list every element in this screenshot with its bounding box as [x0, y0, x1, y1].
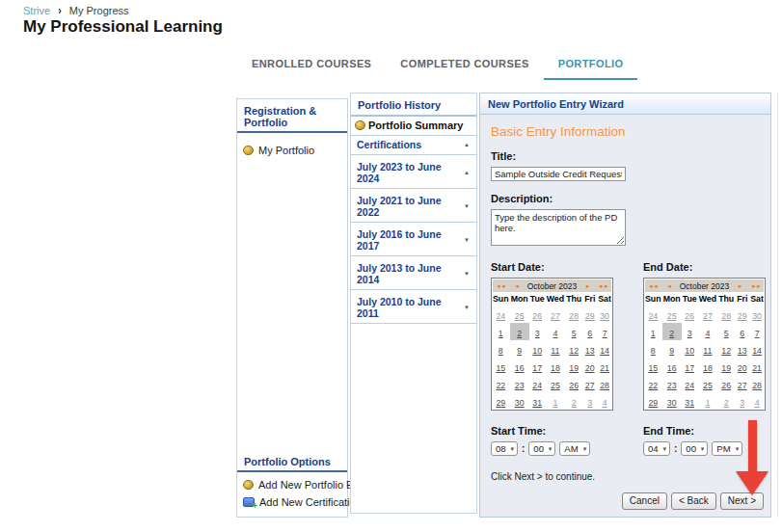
back-button[interactable]: < Back — [671, 492, 716, 510]
end-prev-month-icon[interactable]: ◄ — [665, 283, 672, 289]
start-calendar-date[interactable]: 21 — [600, 363, 609, 373]
end-calendar-date[interactable]: 28 — [752, 381, 762, 390]
end-calendar-date[interactable]: 19 — [721, 363, 731, 373]
start-meridiem-select[interactable]: AM ▾ — [559, 441, 590, 456]
end-calendar-date[interactable]: 30 — [752, 311, 762, 321]
end-calendar-date-selected[interactable]: 2 — [669, 329, 674, 338]
end-calendar-date[interactable]: 8 — [651, 346, 656, 356]
end-calendar-date[interactable]: 4 — [705, 329, 710, 338]
end-calendar-date[interactable]: 27 — [703, 311, 713, 321]
end-calendar-date[interactable]: 2 — [724, 398, 729, 408]
history-row-july-2023-to-june-2024[interactable]: July 2023 to June 2024▲ — [351, 158, 476, 189]
end-calendar-date[interactable]: 24 — [648, 311, 658, 321]
end-calendar-date[interactable]: 4 — [755, 398, 760, 408]
start-calendar-date[interactable]: 23 — [515, 381, 525, 390]
start-calendar-date[interactable]: 24 — [496, 311, 505, 321]
start-calendar-date[interactable]: 20 — [585, 363, 595, 373]
start-calendar-date[interactable]: 4 — [553, 329, 557, 338]
cancel-button[interactable]: Cancel — [622, 492, 667, 510]
history-row-july-2021-to-june-2022[interactable]: July 2021 to June 2022▼ — [351, 192, 476, 223]
start-calendar-date[interactable]: 22 — [496, 381, 505, 390]
end-calendar-date[interactable]: 22 — [648, 381, 658, 390]
start-calendar-date[interactable]: 30 — [600, 311, 609, 321]
end-calendar-date[interactable]: 3 — [740, 398, 744, 408]
tab-enrolled-courses[interactable]: ENROLLED COURSES — [237, 51, 386, 80]
start-calendar-date[interactable]: 29 — [585, 311, 595, 321]
end-next-month-icon[interactable]: ► — [737, 283, 743, 289]
end-calendar-date[interactable]: 3 — [688, 329, 692, 338]
start-calendar-date[interactable]: 30 — [515, 398, 525, 408]
next-button[interactable]: Next > — [720, 492, 764, 510]
start-calendar-date[interactable]: 24 — [532, 381, 542, 390]
start-calendar-date[interactable]: 8 — [499, 346, 503, 356]
start-calendar-date[interactable]: 5 — [572, 329, 577, 338]
end-calendar-date[interactable]: 26 — [721, 381, 731, 390]
end-calendar-date[interactable]: 26 — [685, 311, 694, 321]
end-calendar-date[interactable]: 16 — [667, 363, 677, 373]
start-calendar-date[interactable]: 29 — [496, 398, 505, 408]
start-calendar-date[interactable]: 1 — [553, 398, 557, 408]
start-calendar-date[interactable]: 9 — [517, 346, 522, 356]
portfolio-summary-link[interactable]: Portfolio Summary — [351, 117, 476, 136]
start-calendar-date[interactable]: 17 — [532, 363, 542, 373]
end-calendar-date[interactable]: 10 — [685, 346, 694, 356]
start-calendar-date[interactable]: 7 — [603, 329, 607, 338]
start-hour-select[interactable]: 08 ▾ — [491, 441, 518, 456]
end-calendar-date[interactable]: 7 — [755, 329, 760, 338]
start-calendar-date[interactable]: 25 — [515, 311, 525, 321]
start-calendar-date[interactable]: 25 — [551, 381, 560, 390]
start-calendar-date[interactable]: 18 — [551, 363, 560, 373]
start-calendar-date[interactable]: 14 — [600, 346, 609, 356]
tab-portfolio[interactable]: PORTFOLIO — [544, 51, 638, 80]
start-calendar-date[interactable]: 6 — [587, 329, 592, 338]
end-calendar-date[interactable]: 17 — [685, 363, 694, 373]
end-calendar-date[interactable]: 27 — [738, 381, 747, 390]
breadcrumb-root-link[interactable]: Strive — [23, 5, 50, 16]
end-calendar-date[interactable]: 20 — [738, 363, 747, 373]
end-calendar-date[interactable]: 25 — [667, 311, 677, 321]
start-calendar-date[interactable]: 11 — [551, 346, 559, 356]
start-calendar-date[interactable]: 27 — [585, 381, 595, 390]
end-calendar-date[interactable]: 13 — [738, 346, 747, 356]
start-calendar-date[interactable]: 13 — [585, 346, 595, 356]
start-calendar-date[interactable]: 15 — [496, 363, 505, 373]
start-calendar-date[interactable]: 12 — [569, 346, 579, 356]
start-calendar-date[interactable]: 27 — [551, 311, 560, 321]
start-calendar-date[interactable]: 31 — [532, 398, 542, 408]
end-calendar-date[interactable]: 29 — [648, 398, 658, 408]
description-textarea[interactable]: Type the description of the PD here. — [491, 209, 626, 246]
end-calendar-date[interactable]: 11 — [703, 346, 712, 356]
start-minute-select[interactable]: 00 ▾ — [528, 441, 555, 456]
start-calendar-date[interactable]: 1 — [499, 329, 503, 338]
end-calendar-date[interactable]: 15 — [648, 363, 658, 373]
end-calendar-date[interactable]: 31 — [685, 398, 694, 408]
tab-completed-courses[interactable]: COMPLETED COURSES — [386, 51, 543, 80]
start-calendar-date[interactable]: 28 — [569, 311, 579, 321]
end-prev-year-icon[interactable]: ◄◄ — [647, 283, 659, 289]
end-calendar-date[interactable]: 29 — [738, 311, 747, 321]
sidebar-item-my-portfolio[interactable]: My Portfolio — [237, 142, 347, 159]
end-calendar-date[interactable]: 28 — [721, 311, 731, 321]
history-row-certifications[interactable]: Certifications▲ — [351, 136, 476, 155]
title-input[interactable] — [491, 167, 626, 181]
end-calendar-date[interactable]: 6 — [740, 329, 744, 338]
start-calendar-date[interactable]: 10 — [532, 346, 542, 356]
start-calendar-date[interactable]: 26 — [532, 311, 542, 321]
end-hour-select[interactable]: 04 ▾ — [643, 441, 670, 456]
end-calendar-date[interactable]: 18 — [703, 363, 713, 373]
end-calendar-date[interactable]: 30 — [667, 398, 677, 408]
start-next-month-icon[interactable]: ► — [584, 283, 591, 289]
end-calendar-date[interactable]: 14 — [752, 346, 762, 356]
end-calendar-date[interactable]: 23 — [667, 381, 677, 390]
history-row-july-2016-to-june-2017[interactable]: July 2016 to June 2017▼ — [351, 226, 476, 256]
start-calendar-date[interactable]: 4 — [603, 398, 607, 408]
end-calendar-date[interactable]: 1 — [651, 329, 656, 338]
end-minute-select[interactable]: 00 ▾ — [681, 441, 708, 456]
add-new-portfolio-entry-link[interactable]: Add New Portfolio Entry — [237, 476, 347, 493]
start-calendar-date[interactable]: 16 — [515, 363, 525, 373]
start-calendar-date-selected[interactable]: 2 — [517, 329, 522, 338]
start-prev-month-icon[interactable]: ◄ — [513, 283, 520, 289]
end-meridiem-select[interactable]: PM ▾ — [712, 441, 742, 456]
end-calendar-date[interactable]: 1 — [705, 398, 710, 408]
end-calendar-date[interactable]: 12 — [721, 346, 731, 356]
